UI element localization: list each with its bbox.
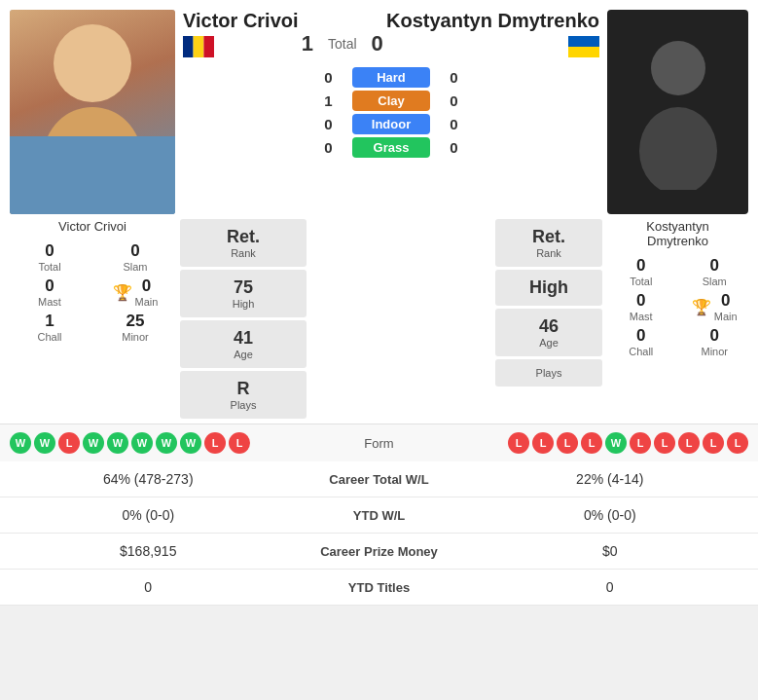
total-left: 1 <box>302 31 313 56</box>
form-badge-l: L <box>557 432 578 454</box>
stats-rows-container: 64% (478-273) Career Total W/L 22% (4-14… <box>0 461 758 606</box>
svg-rect-0 <box>183 36 194 57</box>
stats-row-label: Career Total W/L <box>282 472 477 487</box>
surface-row: 0 Hard 0 <box>188 67 595 88</box>
main-container: Victor Crivoi 1 Total 0 <box>0 0 758 606</box>
p2-main: 0 Main <box>714 291 738 322</box>
form-badge-w: W <box>34 432 55 454</box>
form-badge-w: W <box>83 432 104 454</box>
stats-row: 0% (0-0) YTD W/L 0% (0-0) <box>0 497 758 534</box>
right-plays-box: Plays <box>495 359 602 387</box>
names-and-surfaces: Victor Crivoi 1 Total 0 <box>183 10 599 214</box>
form-badge-w: W <box>107 432 128 454</box>
center-rank-box: Ret. Rank <box>180 219 307 267</box>
form-badge-l: L <box>727 432 748 454</box>
form-badge-w: W <box>605 432 627 454</box>
right-center-stat-boxes: Ret. Rank High 46 Age Plays <box>495 219 602 419</box>
stats-row-area: Victor Crivoi 0 Total 0 Slam 0 Mast 🏆 <box>0 214 758 424</box>
center-plays-box: R Plays <box>180 371 307 419</box>
center-high-box: 75 High <box>180 270 307 317</box>
left-name-area: Victor Crivoi <box>183 10 299 57</box>
form-badges-left: WWLWWWWWLL <box>10 432 336 454</box>
stats-row-left: $168,915 <box>15 543 282 559</box>
form-badge-l: L <box>58 432 80 454</box>
p1-minor: 25 Minor <box>95 312 175 343</box>
trophy-icon-p2: 🏆 <box>692 298 711 316</box>
total-matchup: 1 Total 0 <box>302 12 383 56</box>
form-badge-l: L <box>654 432 675 454</box>
p2-slam: 0 Slam <box>681 256 749 287</box>
surface-row: 1 Clay 0 <box>188 91 595 111</box>
form-badge-w: W <box>131 432 153 454</box>
stats-row-left: 0 <box>15 579 282 595</box>
player2-stats-card: KostyantynDmytrenko 0 Total 0 Slam 0 Mas… <box>607 219 748 419</box>
player1-photo <box>10 10 175 214</box>
p1-slam: 0 Slam <box>95 241 175 273</box>
stats-row-right: 0% (0-0) <box>477 507 744 523</box>
p1-trophy-main: 🏆 0 Main <box>95 276 175 308</box>
svg-rect-1 <box>194 36 204 57</box>
p1-mast: 0 Mast <box>10 276 90 308</box>
p1-chall: 1 Chall <box>10 312 90 343</box>
stats-row-label: YTD Titles <box>282 580 477 595</box>
player2-silhouette <box>630 34 727 190</box>
player2-name-small: KostyantynDmytrenko <box>607 219 748 248</box>
form-label: Form <box>341 436 418 451</box>
header-area: Victor Crivoi 1 Total 0 <box>0 0 758 214</box>
stats-row-label: Career Prize Money <box>282 544 477 559</box>
form-badge-l: L <box>508 432 529 454</box>
stats-row-label: YTD W/L <box>282 508 477 523</box>
surface-score-left: 0 <box>316 69 341 86</box>
form-badge-l: L <box>532 432 554 454</box>
stats-row: 0 YTD Titles 0 <box>0 570 758 606</box>
form-badges-right: LLLLWLLLLL <box>423 432 749 454</box>
surface-badge-clay: Clay <box>352 91 430 111</box>
form-badge-l: L <box>581 432 602 454</box>
p2-minor: 0 Minor <box>681 326 749 357</box>
surface-score-left: 1 <box>316 92 341 109</box>
p2-trophy-main: 🏆 0 Main <box>681 291 749 322</box>
stats-row-right: $0 <box>477 543 744 559</box>
form-badge-l: L <box>678 432 700 454</box>
surface-badge-hard: Hard <box>352 67 430 88</box>
right-high-box: High <box>495 270 602 306</box>
right-name-area: Kostyantyn Dmytrenko <box>386 10 599 57</box>
player2-photo <box>607 10 748 214</box>
svg-rect-2 <box>203 36 214 57</box>
p1-main: 0 Main <box>135 276 159 308</box>
form-badge-l: L <box>204 432 226 454</box>
center-age-box: 41 Age <box>180 320 307 368</box>
form-badge-l: L <box>229 432 250 454</box>
svg-point-6 <box>639 107 717 190</box>
stats-row-right: 22% (4-14) <box>477 471 744 487</box>
surface-row: 0 Grass 0 <box>188 137 595 158</box>
stats-row: 64% (478-273) Career Total W/L 22% (4-14… <box>0 461 758 497</box>
stats-row-left: 0% (0-0) <box>15 507 282 523</box>
form-badge-l: L <box>703 432 724 454</box>
surface-score-right: 0 <box>442 92 466 109</box>
player2-stat-grid: 0 Total 0 Slam 0 Mast 🏆 0 Main <box>607 256 748 357</box>
total-label: Total <box>328 36 357 52</box>
right-age-box: 46 Age <box>495 309 602 356</box>
surface-score-left: 0 <box>316 139 341 156</box>
surfaces-container: 0 Hard 0 1 Clay 0 0 Indoor 0 0 Grass 0 <box>183 65 599 163</box>
form-badge-w: W <box>10 432 31 454</box>
surface-badge-grass: Grass <box>352 137 430 158</box>
flag-romania <box>183 36 214 57</box>
stats-row: $168,915 Career Prize Money $0 <box>0 534 758 570</box>
svg-point-5 <box>651 41 705 95</box>
right-rank-box: Ret. Rank <box>495 219 602 267</box>
p2-total: 0 Total <box>607 256 675 287</box>
svg-rect-4 <box>568 47 599 57</box>
form-section: WWLWWWWWLL Form LLLLWLLLLL <box>0 424 758 461</box>
surface-score-right: 0 <box>442 139 466 156</box>
form-badge-w: W <box>180 432 201 454</box>
player1-stat-grid: 0 Total 0 Slam 0 Mast 🏆 0 Main <box>10 241 175 343</box>
stats-row-right: 0 <box>477 579 744 595</box>
form-badge-l: L <box>630 432 651 454</box>
center-stat-boxes: Ret. Rank 75 High 41 Age R Plays <box>180 219 307 419</box>
trophy-icon-p1: 🏆 <box>113 283 132 302</box>
total-right: 0 <box>372 31 383 56</box>
player1-name: Victor Crivoi <box>183 10 299 32</box>
p1-total: 0 Total <box>10 241 90 273</box>
